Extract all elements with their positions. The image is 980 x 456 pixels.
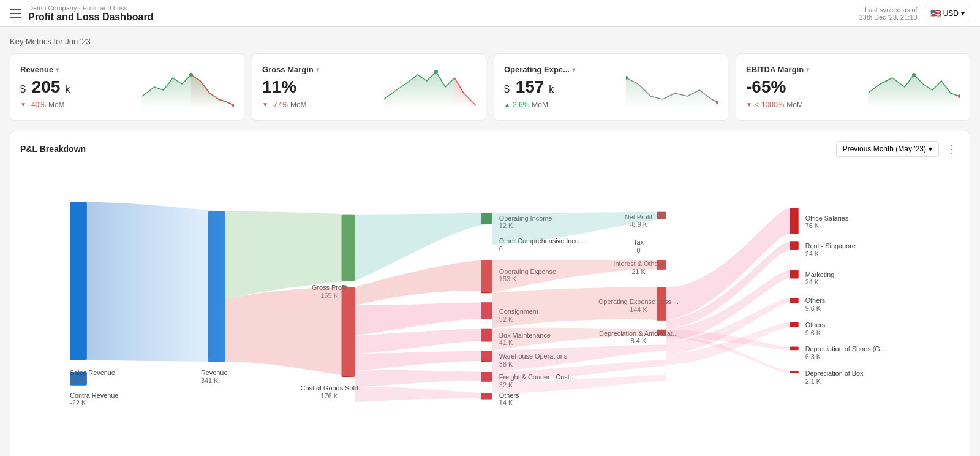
top-bar-right: Last synced as of 13th Dec '23, 21:10 🇺🇸… [859,6,970,21]
marketing-value: 24 K [805,278,820,286]
marketing-bar[interactable] [790,270,799,279]
ebitda-margin-mini-chart [868,66,960,108]
operating-expense-mini-chart [626,66,718,108]
contra-revenue-label: Contra Revenue [70,392,118,399]
breakdown-controls: Previous Month (May '23) ▾ ⋮ [836,141,960,157]
dep-shoes-label: Depreciation of Shoes (G... [805,345,886,352]
sales-revenue-bar[interactable] [70,202,87,360]
dep-shoes-bar[interactable] [790,346,799,350]
cogs-to-others-flow [355,387,492,402]
depreciation-value: 8.4 K [631,337,647,344]
sankey-svg: Sales Revenue 364 K Contra Revenue -22 K… [20,164,960,456]
metrics-section-title: Key Metrics for Jun '23 [10,37,970,46]
revenue-mini-chart [142,66,234,108]
period-selector[interactable]: Previous Month (May '23) ▾ [836,141,939,157]
metric-mom-revenue: ▼ -40% MoM [20,101,142,109]
others-r3a-value: 9.6 K [805,305,821,312]
breadcrumb: Demo Company · Profit and Loss [28,4,153,12]
svg-point-6 [434,70,438,74]
metric-label-operating-expense[interactable]: Operating Expe... ▾ [504,65,626,74]
gross-margin-mom-icon: ▼ [262,101,268,108]
ebitda-margin-chevron-icon: ▾ [806,66,809,73]
cogs-label: Cost of Goods Sold [301,384,358,392]
others-1-value: 14 K [499,399,513,406]
revenue-chevron-icon: ▾ [56,66,59,73]
metric-value-operating-expense: $ 157 k [504,78,626,97]
metric-mom-operating-expense: ▲ 2.6% MoM [504,101,626,109]
sales-revenue-value: 364 K [70,377,88,384]
metric-card-ebitda-margin: EBITDA Margin ▾ -65% ▼ <-1000% MoM [736,53,970,121]
cogs-to-warehouse-flow [355,351,492,371]
opex-to-opexless-flow [492,287,666,328]
metric-label-ebitda-margin[interactable]: EBITDA Margin ▾ [746,65,868,74]
cogs-to-freight-flow [355,370,492,387]
others-r3b-bar[interactable] [790,322,799,327]
metric-card-gross-margin: Gross Margin ▾ 11% ▼ -77% MoM [252,53,486,121]
period-chevron-icon: ▾ [929,145,932,153]
sync-info: Last synced as of 13th Dec '23, 21:10 [859,6,918,21]
svg-point-11 [912,73,916,77]
breakdown-header: P&L Breakdown Previous Month (May '23) ▾… [20,141,960,157]
metric-mom-ebitda-margin: ▼ <-1000% MoM [746,101,868,109]
more-options-button[interactable]: ⋮ [944,142,960,156]
office-salaries-bar[interactable] [790,208,799,234]
svg-marker-1 [191,75,234,108]
currency-flag: 🇺🇸 [930,9,941,18]
metric-left-operating-expense: Operating Expe... ▾ $ 157 k ▲ 2.6% MoM [504,65,626,109]
metric-card-operating-expense: Operating Expe... ▾ $ 157 k ▲ 2.6% MoM [494,53,728,121]
metric-card-revenue: Revenue ▾ $ 205 k ▼ -40% MoM [10,53,244,121]
metric-value-gross-margin: 11% [262,78,384,97]
operating-expense-chevron-icon: ▾ [572,66,575,73]
marketing-label: Marketing [805,271,835,278]
metric-left-revenue: Revenue ▾ $ 205 k ▼ -40% MoM [20,65,142,109]
currency-selector[interactable]: 🇺🇸 USD ▾ [925,6,970,21]
sankey-diagram: Sales Revenue 364 K Contra Revenue -22 K… [20,164,960,456]
period-label: Previous Month (May '23) [843,145,926,153]
mom-down-icon: ▼ [20,101,26,108]
metric-value-ebitda-margin: -65% [746,78,868,97]
dep-box-value: 2.1 K [805,378,821,385]
currency-label: USD [943,9,959,18]
tax-label: Tax [633,238,644,246]
svg-marker-10 [868,75,960,108]
svg-point-2 [189,73,193,77]
top-bar-left: Demo Company · Profit and Loss Profit an… [10,4,153,23]
gross-margin-chevron-icon: ▾ [316,66,319,73]
others-r3b-label: Others [805,321,826,329]
top-bar: Demo Company · Profit and Loss Profit an… [0,0,980,27]
dep-box-label: Depreciation of Box [805,370,864,377]
currency-chevron-icon: ▾ [961,9,965,18]
dep-box-bar[interactable] [790,371,799,373]
rent-singapore-bar[interactable] [790,241,799,250]
main-content: Key Metrics for Jun '23 Revenue ▾ $ 205 … [0,27,980,456]
cogs-value: 176 K [321,392,339,400]
gross-margin-mini-chart [384,66,476,108]
metric-label-revenue[interactable]: Revenue ▾ [20,65,142,74]
revenue-value: 341 K [201,377,219,384]
office-salaries-value: 76 K [805,222,820,229]
svg-marker-4 [384,72,454,108]
other-comp-income-value: 0 [499,245,503,253]
contra-revenue-value: -22 K [70,399,86,406]
breakdown-title: P&L Breakdown [20,144,86,154]
metric-left-gross-margin: Gross Margin ▾ 11% ▼ -77% MoM [262,65,384,109]
tax-value: 0 [636,246,640,254]
metric-value-revenue: $ 205 k [20,78,142,97]
revenue-to-cogs-flow [225,287,355,376]
rent-singapore-label: Rent - Singapore [805,242,856,249]
others-r3a-bar[interactable] [790,298,799,303]
metric-mom-gross-margin: ▼ -77% MoM [262,101,384,109]
opexless-to-salaries-flow [666,208,790,321]
page-title: Profit and Loss Dashboard [28,12,153,23]
sales-to-revenue-flow [87,202,225,362]
operating-expense-mom-icon: ▲ [504,101,510,108]
metrics-row: Revenue ▾ $ 205 k ▼ -40% MoM [10,53,970,121]
others-r3b-value: 9.6 K [805,329,821,336]
ebitda-margin-mom-icon: ▼ [746,101,752,108]
others-r3a-label: Others [805,297,826,304]
revenue-label: Revenue [201,369,228,376]
hamburger-menu[interactable] [10,9,21,18]
rent-singapore-value: 24 K [805,250,820,257]
metric-label-gross-margin[interactable]: Gross Margin ▾ [262,65,384,74]
metric-left-ebitda-margin: EBITDA Margin ▾ -65% ▼ <-1000% MoM [746,65,868,109]
